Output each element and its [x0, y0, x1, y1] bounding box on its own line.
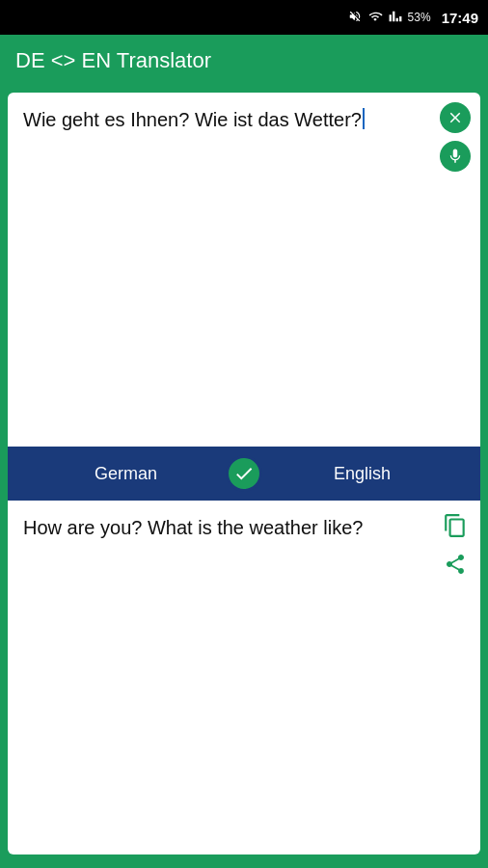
input-area[interactable]: Wie geht es Ihnen? Wie ist das Wetter? — [8, 93, 480, 447]
battery-indicator: 53% — [408, 11, 431, 24]
swap-languages-button[interactable] — [226, 455, 262, 492]
wifi-icon — [367, 10, 383, 26]
share-icon — [444, 553, 467, 576]
target-language-label: English — [334, 464, 391, 484]
share-button[interactable] — [440, 549, 471, 580]
microphone-button[interactable] — [440, 141, 471, 172]
copy-icon — [443, 513, 468, 538]
output-card: How are you? What is the weather like? — [8, 501, 480, 854]
source-language-button[interactable]: German — [8, 447, 244, 501]
output-area: How are you? What is the weather like? — [8, 501, 480, 854]
target-language-button[interactable]: English — [244, 447, 480, 501]
status-bar: 53% 17:49 — [0, 0, 488, 35]
microphone-icon — [447, 148, 464, 165]
input-card: Wie geht es Ihnen? Wie ist das Wetter? — [8, 93, 480, 447]
output-text: How are you? What is the weather like? — [23, 517, 363, 538]
app-title: DE <> EN Translator — [15, 48, 211, 72]
status-time: 17:49 — [442, 10, 478, 26]
app-header: DE <> EN Translator — [0, 35, 488, 87]
signal-icon — [388, 10, 403, 26]
text-cursor — [363, 108, 365, 129]
source-language-label: German — [95, 464, 157, 484]
bottom-spacer — [0, 862, 488, 868]
clear-input-button[interactable] — [440, 102, 471, 133]
input-text: Wie geht es Ihnen? Wie ist das Wetter? — [23, 109, 362, 130]
main-content: Wie geht es Ihnen? Wie ist das Wetter? G… — [0, 87, 488, 862]
close-icon — [447, 109, 464, 126]
language-bar: German English — [8, 447, 480, 501]
copy-button[interactable] — [440, 510, 471, 541]
mute-icon — [347, 10, 363, 26]
check-icon — [233, 463, 255, 484]
